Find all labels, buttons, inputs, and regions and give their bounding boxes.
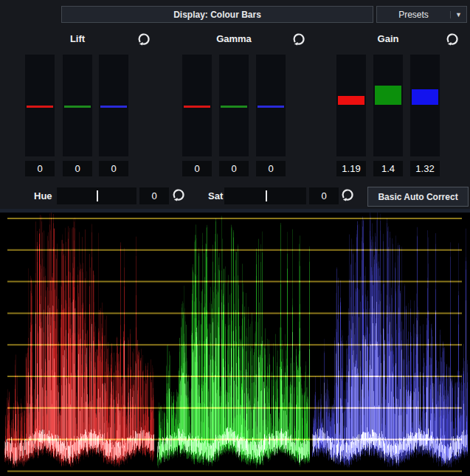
lift-blue-slider[interactable] (99, 55, 128, 156)
sat-label: Sat (208, 190, 223, 201)
gain-green-value[interactable]: 1.4 (373, 161, 403, 176)
gain-green-fill (375, 86, 401, 105)
gain-reset-button[interactable] (444, 31, 460, 47)
lift-blue-value[interactable]: 0 (99, 161, 128, 176)
reset-icon (340, 187, 355, 202)
gamma-red-value[interactable]: 0 (182, 161, 212, 176)
presets-split-button[interactable]: Presets ▼ (376, 6, 467, 23)
gain-title: Gain (351, 33, 425, 44)
sat-slider-tick (266, 190, 267, 201)
lift-title: Lift (41, 33, 114, 44)
reset-icon (171, 187, 186, 202)
gain-red-fill (338, 96, 364, 105)
sat-slider[interactable] (224, 187, 306, 204)
reset-icon (136, 32, 151, 46)
gamma-green-value[interactable]: 0 (219, 161, 249, 176)
gain-green-slider[interactable] (373, 55, 403, 156)
waveform-canvas (0, 213, 470, 476)
gain-red-slider[interactable] (336, 55, 366, 156)
reset-icon (291, 32, 306, 46)
gain-blue-fill (412, 89, 438, 105)
presets-dropdown-arrow-icon[interactable]: ▼ (450, 11, 466, 18)
hue-reset-button[interactable] (170, 187, 187, 203)
presets-button[interactable]: Presets (377, 10, 450, 20)
gamma-reset-button[interactable] (291, 31, 307, 47)
lift-green-value[interactable]: 0 (63, 161, 92, 176)
lift-red-value[interactable]: 0 (25, 161, 55, 176)
gamma-blue-value[interactable]: 0 (256, 161, 286, 176)
gain-blue-slider[interactable] (410, 55, 440, 156)
lift-red-slider[interactable] (25, 55, 55, 156)
gain-blue-value[interactable]: 1.32 (410, 161, 440, 176)
display-mode-button[interactable]: Display: Colour Bars (61, 6, 373, 23)
hue-slider[interactable] (57, 187, 136, 204)
gamma-red-indicator (184, 106, 210, 108)
hue-value[interactable]: 0 (139, 187, 169, 204)
reset-icon (445, 32, 460, 46)
lift-blue-indicator (100, 106, 127, 108)
colour-correct-panel: Display: Colour Bars Presets ▼ Lift 0 0 … (0, 0, 470, 476)
gamma-blue-slider[interactable] (256, 55, 286, 156)
basic-auto-correct-button[interactable]: Basic Auto Correct (367, 187, 469, 207)
lift-green-indicator (64, 106, 91, 108)
gain-red-value[interactable]: 1.19 (336, 161, 366, 176)
hue-slider-tick (97, 190, 98, 201)
gamma-red-slider[interactable] (182, 55, 212, 156)
gamma-title: Gamma (197, 33, 271, 44)
hue-label: Hue (34, 190, 52, 201)
lift-red-indicator (27, 106, 53, 108)
lift-green-slider[interactable] (63, 55, 92, 156)
gamma-green-slider[interactable] (219, 55, 249, 156)
waveform-scope (0, 213, 470, 476)
sat-value[interactable]: 0 (309, 187, 339, 204)
gamma-blue-indicator (258, 106, 284, 108)
lift-reset-button[interactable] (136, 31, 152, 47)
gamma-green-indicator (221, 106, 247, 108)
sat-reset-button[interactable] (339, 187, 356, 203)
